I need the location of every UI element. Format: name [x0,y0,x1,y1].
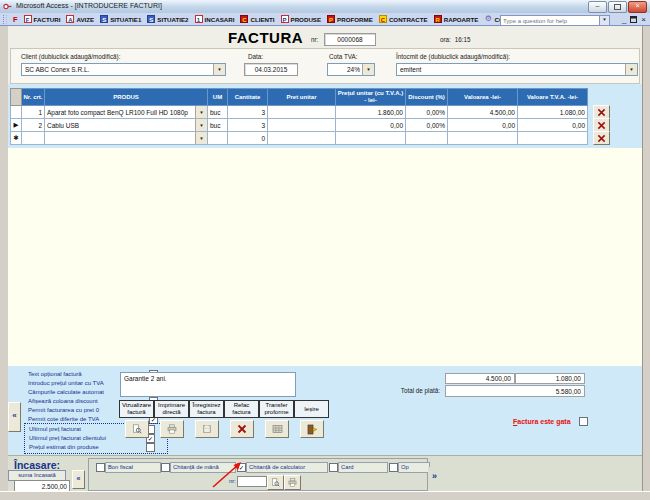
menu-item-produse[interactable]: PPRODUSE [278,15,325,23]
chitanta-mana-checkbox[interactable] [161,463,170,472]
chevron-down-icon[interactable]: ▼ [195,119,207,131]
cell-nr[interactable]: 2 [22,119,45,132]
menu-item-situatie1[interactable]: SSITUATIE1 [97,15,144,23]
cell-cantitate[interactable]: 0 [228,132,268,145]
cell-discount[interactable]: 0,00% [406,106,448,119]
chitanta-nr-input[interactable] [237,476,267,487]
data-field[interactable]: 04.03.2015 [244,63,298,76]
chevron-down-icon[interactable]: ▼ [195,132,207,144]
scissors-icon [597,134,606,143]
cell-discount[interactable]: 0,00% [406,119,448,132]
menu-item-clienti[interactable]: CCLIENTI [237,15,277,23]
cell-um[interactable]: buc [208,119,228,132]
access-app-icon [3,2,12,11]
cell-valoarea[interactable]: 4.500,00 [448,106,518,119]
refac-factura-button[interactable] [230,420,254,438]
cell-produs-combobox[interactable]: Cablu USB▼ [45,119,208,132]
facturi-icon: F [24,15,32,23]
col-valoare-tva: Valoare T.V.A. -lei- [518,89,588,106]
chevron-down-icon[interactable]: ▼ [362,64,374,75]
delete-row-button[interactable] [593,105,610,119]
cell-nr[interactable] [22,132,45,145]
cota-tva-combobox[interactable]: 24% ▼ [327,63,375,76]
intocmit-combobox[interactable]: emitent ▼ [396,63,638,76]
record-selector-current[interactable]: ▶ [11,119,22,132]
cell-valoare-tva[interactable] [518,132,588,145]
cell-produs-combobox[interactable]: Aparat foto compact BenQ LR100 Full HD 1… [45,106,208,119]
op-checkbox[interactable] [389,463,398,472]
menu-item-rapoarte[interactable]: RRAPOARTE [431,15,482,23]
chitanta-preview-button[interactable] [267,475,284,490]
chitanta-calculator-label: Chitanță de calculator [246,462,328,473]
checkbox[interactable] [146,443,155,452]
menu-item-contracte[interactable]: CCONTRACTE [376,15,431,23]
menu-item-proforme[interactable]: PPROFORME [324,15,376,23]
cell-valoare-tva[interactable]: 1.080,00 [518,106,588,119]
vizualizare-factura-button[interactable] [125,420,149,438]
card-checkbox[interactable] [329,463,338,472]
client-combobox[interactable]: SC ABC Conex S.R.L. ▼ [21,63,226,76]
cell-produs-combobox[interactable]: ▼ [45,132,208,145]
mdi-restore-button[interactable] [630,16,637,23]
menu-item-incasari[interactable]: 1INCASARI [192,15,238,23]
menu-item-f[interactable]: F [10,15,21,24]
cell-valoarea[interactable] [448,132,518,145]
cell-um[interactable]: buc [208,106,228,119]
chevron-down-icon[interactable]: ▼ [213,64,225,75]
cell-pret-unitar[interactable] [268,132,336,145]
scissors-icon [597,108,606,117]
delete-row-button[interactable] [593,131,610,145]
cell-pret-tva[interactable]: 1.860,00 [336,106,406,119]
cell-pret-unitar[interactable] [268,106,336,119]
chitanta-print-button[interactable] [284,475,301,490]
record-selector-new[interactable]: ✱ [11,132,22,145]
menu-item-facturi[interactable]: FFACTURI [21,15,64,23]
cell-nr[interactable]: 1 [22,106,45,119]
col-nr-crt: Nr. crt. [22,89,45,106]
menu-item-avize[interactable]: AAVIZE [63,15,97,23]
imprimare-directa-button[interactable] [160,420,184,438]
collapse-panel-button[interactable]: « [8,402,21,432]
incasare-expand-button[interactable]: » [428,467,441,485]
incasare-collapse-button[interactable]: « [72,470,85,489]
chevron-down-icon[interactable]: ▼ [195,106,207,118]
cell-pret-unitar[interactable] [268,119,336,132]
table-row: ▶ 2 Cablu USB▼ buc 3 0,00 0,00% 0,00 0,0… [11,119,588,132]
cell-cantitate[interactable]: 3 [228,106,268,119]
invoice-note-textarea[interactable]: Garantie 2 ani. [120,372,296,397]
minimize-button[interactable]: – [588,1,607,13]
toolbar-grip[interactable] [3,15,7,24]
restore-button[interactable] [608,1,627,13]
record-selector[interactable] [11,106,22,119]
cell-pret-tva[interactable] [336,132,406,145]
cell-um[interactable] [208,132,228,145]
table-header-row: Nr. crt. PRODUS UM Cantitate Pret unitar… [11,89,588,106]
close-button[interactable]: × [628,1,647,13]
ora-value: 16:15 [455,36,471,43]
menu-item-situatie2[interactable]: SSITUATIE2 [144,15,191,23]
chevron-down-icon[interactable]: ▼ [625,64,637,75]
cell-valoarea[interactable]: 0,00 [448,119,518,132]
cell-pret-tva[interactable]: 0,00 [336,119,406,132]
help-search-input[interactable] [501,16,599,25]
inregistrez-label: Înregistrez factura [189,400,224,418]
cell-valoare-tva[interactable]: 0,00 [518,119,588,132]
col-produs: PRODUS [45,89,208,106]
delete-row-button[interactable] [593,118,610,132]
factura-gata-checkbox[interactable] [579,417,588,426]
inregistrez-factura-button[interactable] [195,420,219,438]
mdi-minimize-button[interactable]: _ [622,15,626,24]
printer-icon [167,424,177,434]
transfer-proforme-button[interactable] [265,420,289,438]
chitanta-calculator-checkbox[interactable] [237,463,246,472]
cell-discount[interactable] [406,132,448,145]
help-dropdown-icon[interactable]: ▼ [599,16,609,25]
iesire-button[interactable] [300,420,324,438]
statusbar [0,491,650,500]
cell-cantitate[interactable]: 3 [228,119,268,132]
bon-fiscal-checkbox[interactable] [96,463,105,472]
mdi-close-button[interactable]: × [641,15,646,24]
exit-door-icon [307,424,318,435]
data-label: Data: [248,53,263,60]
save-icon [202,424,212,434]
